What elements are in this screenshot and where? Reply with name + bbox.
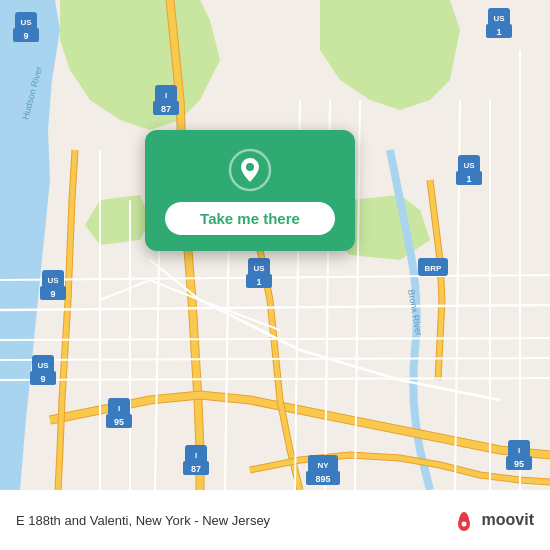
svg-text:1: 1 [496,27,501,37]
svg-text:87: 87 [191,464,201,474]
svg-text:US: US [20,18,32,27]
svg-text:BRP: BRP [425,264,443,273]
svg-text:95: 95 [114,417,124,427]
take-me-there-button[interactable]: Take me there [165,202,335,235]
svg-text:I: I [165,91,167,100]
svg-text:NY: NY [317,461,329,470]
moovit-logo-group: moovit [451,507,534,533]
svg-text:US: US [47,276,59,285]
svg-text:1: 1 [466,174,471,184]
location-pin-icon [228,148,272,192]
svg-text:US: US [493,14,505,23]
svg-text:US: US [37,361,49,370]
location-label: E 188th and Valenti, New York - New Jers… [16,513,451,528]
moovit-brand-text: moovit [482,511,534,529]
svg-text:I: I [118,404,120,413]
svg-text:895: 895 [315,474,330,484]
svg-point-69 [461,522,466,527]
svg-text:1: 1 [256,277,261,287]
svg-text:9: 9 [50,289,55,299]
svg-text:95: 95 [514,459,524,469]
svg-point-65 [246,163,254,171]
moovit-brand-icon [451,507,477,533]
svg-text:9: 9 [40,374,45,384]
map-container: US 9 US 9 US 9 I 87 I 87 US 1 I 95 [0,0,550,490]
card-overlay: Take me there [145,130,355,251]
svg-text:87: 87 [161,104,171,114]
svg-text:US: US [253,264,265,273]
svg-text:US: US [463,161,475,170]
svg-text:I: I [518,446,520,455]
svg-text:I: I [195,451,197,460]
svg-text:9: 9 [23,31,28,41]
location-bar: E 188th and Valenti, New York - New Jers… [0,490,550,550]
